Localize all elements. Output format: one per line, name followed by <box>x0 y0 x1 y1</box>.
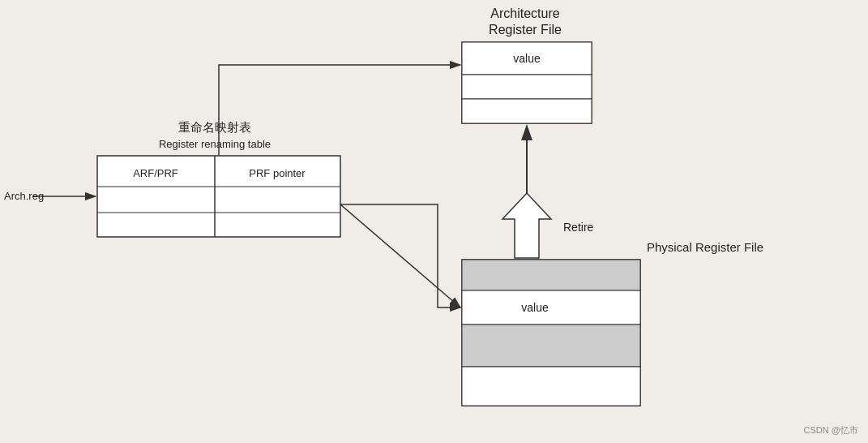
retire-label: Retire <box>563 221 594 234</box>
arf-value-label: value <box>513 52 541 65</box>
diagram-svg: Architecture Register File value 重命名映射表 … <box>0 0 868 443</box>
arch-reg-input-label: Arch.reg <box>4 190 44 202</box>
prf-value-label: value <box>521 301 549 314</box>
arch-reg-file-title-line2: Register File <box>489 23 562 37</box>
svg-rect-11 <box>462 290 640 325</box>
rename-table-title-cn: 重命名映射表 <box>178 120 251 134</box>
svg-rect-10 <box>462 260 640 290</box>
diagram-container: Architecture Register File value 重命名映射表 … <box>0 0 868 443</box>
svg-rect-4 <box>462 99 592 123</box>
arf-prf-label: ARF/PRF <box>133 167 178 179</box>
arch-reg-file-title-line1: Architecture <box>490 6 559 20</box>
svg-rect-12 <box>462 325 640 367</box>
svg-rect-13 <box>462 367 640 406</box>
prf-title: Physical Register File <box>647 240 763 254</box>
rename-table-title-en: Register renaming table <box>159 138 271 150</box>
watermark: CSDN @忆市 <box>804 424 858 437</box>
svg-rect-3 <box>462 75 592 99</box>
prf-pointer-label: PRF pointer <box>249 167 306 179</box>
